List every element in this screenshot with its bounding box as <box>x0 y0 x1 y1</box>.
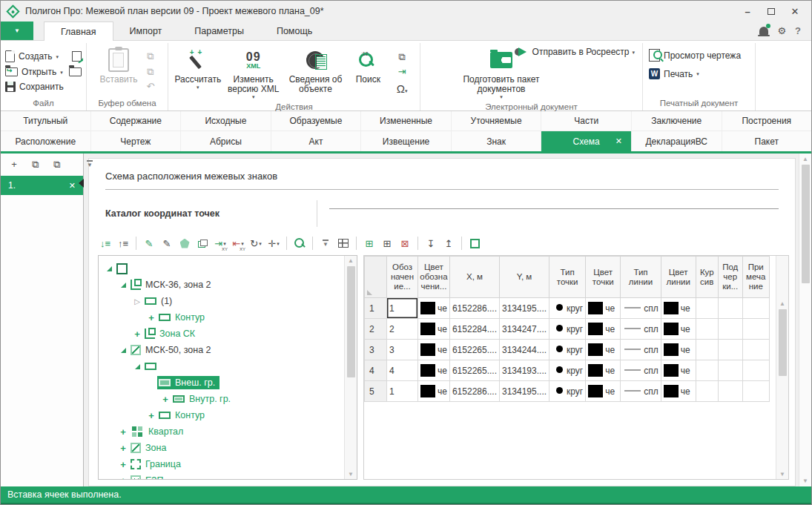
grid-cell[interactable]: че <box>418 360 450 381</box>
grid-cell[interactable]: спл <box>621 319 661 340</box>
doc-tab[interactable]: Абрисы <box>181 131 271 151</box>
grid-cell[interactable]: че <box>418 319 450 340</box>
toolbar-insert-row-icon[interactable]: ⊞ <box>380 236 395 251</box>
grid-cell[interactable]: че <box>661 360 696 381</box>
tree-item[interactable]: МСК-50, зона 2 <box>99 342 344 358</box>
grid-cell[interactable] <box>718 319 742 340</box>
tree-item-content[interactable]: Контур <box>157 311 209 324</box>
grid-cell[interactable]: че <box>586 360 621 381</box>
tree-expander-icon[interactable]: + <box>117 443 129 454</box>
menu-tab[interactable]: Импорт <box>113 22 179 40</box>
doc-tab[interactable]: ДекларацияВС <box>632 131 722 151</box>
grid-cell[interactable]: круг <box>549 319 586 340</box>
tree-expander-icon[interactable] <box>131 364 143 369</box>
grid-cell[interactable]: 3134247.... <box>500 319 549 340</box>
preview-drawing-button[interactable]: Просмотр чертежа <box>649 49 741 62</box>
tree-item[interactable]: +ЕЗП <box>99 472 344 479</box>
toolbar-add-row-icon[interactable]: ⊞ <box>362 236 377 251</box>
grid-cell[interactable]: 6152265.... <box>449 340 499 360</box>
grid-cell[interactable] <box>742 298 769 319</box>
grid-cell[interactable]: 1 <box>387 298 418 319</box>
grid-cell[interactable] <box>718 381 742 402</box>
toolbar-duplicate-tab-icon[interactable]: ⧉ <box>28 156 43 171</box>
copy-icon[interactable]: ⧉ <box>147 51 154 61</box>
doc-tab[interactable]: Образуемые <box>271 111 362 131</box>
doc-tab[interactable]: Схема✕ <box>541 131 632 151</box>
scroll-up-icon[interactable]: ▲ <box>348 257 354 264</box>
grid-cell[interactable]: че <box>418 298 450 319</box>
swap-window-icon[interactable]: ⧉ <box>398 52 405 62</box>
grid-cell[interactable]: 3134193.... <box>500 360 549 381</box>
tree-item[interactable] <box>99 260 344 277</box>
tree-item[interactable]: +Зона СК <box>99 326 344 342</box>
save-button[interactable]: Сохранить <box>5 82 82 92</box>
grid-cell[interactable]: че <box>586 319 621 340</box>
app-menu-button[interactable]: ▼ <box>1 22 33 40</box>
toolbar-move-row-up-icon[interactable]: ↥ <box>441 236 456 251</box>
doc-tab[interactable]: Акт <box>271 131 362 151</box>
column-header-n[interactable] <box>365 257 387 298</box>
scroll-down-icon[interactable]: ▼ <box>348 471 354 478</box>
menu-tab[interactable]: Помощь <box>260 22 329 40</box>
minimize-button[interactable]: – <box>737 3 758 19</box>
toolbar-import-xy-icon[interactable]: ⇥XY▾ <box>213 236 228 251</box>
doc-tab[interactable]: Пакет <box>722 131 812 151</box>
tree-item-content[interactable]: Зона СК <box>143 327 199 340</box>
tree-item[interactable]: +Граница <box>99 456 344 472</box>
doc-tab[interactable]: Построения <box>722 111 812 131</box>
search-button[interactable]: :12 Поиск <box>349 44 387 102</box>
toolbar-transform-contour-icon[interactable]: ↻▾ <box>248 236 263 251</box>
import-window-icon[interactable]: ⇥ <box>398 67 406 76</box>
omega-button[interactable]: Ω▾ <box>397 82 408 95</box>
tree-item[interactable]: +Контур <box>99 407 344 423</box>
tree-item-content[interactable]: Граница <box>129 458 185 471</box>
close-button[interactable]: ✕ <box>785 3 805 19</box>
tree-item-content[interactable]: ЕЗП <box>129 474 168 479</box>
grid-cell[interactable] <box>696 340 718 360</box>
toolbar-export-xy-icon[interactable]: ⇤XY▾ <box>231 236 245 251</box>
print-button[interactable]: Печать▾ <box>649 68 741 79</box>
grid-cell[interactable] <box>742 360 769 381</box>
grid-cell[interactable] <box>718 360 742 381</box>
toolbar-copy-contour-icon[interactable] <box>195 236 210 251</box>
tree-item-content[interactable]: МСК-36, зона 2 <box>129 278 216 291</box>
grid-cell[interactable]: 3134195.... <box>500 381 549 402</box>
tree-item-content[interactable]: Зона <box>129 441 171 455</box>
doc-tab[interactable]: Расположение <box>1 131 91 151</box>
grid-cell[interactable] <box>742 319 769 340</box>
column-header-color[interactable]: Цвет обозна чени... <box>418 257 450 298</box>
grid-cell[interactable]: круг <box>549 381 586 402</box>
toolbar-sort-ascending-icon[interactable]: ↑≡ <box>116 236 131 251</box>
tree-expander-icon[interactable]: + <box>145 410 157 421</box>
tree-expander-icon[interactable]: ▷ <box>131 297 143 306</box>
change-xml-version-button[interactable]: 09XML Изменить версию XML ▾ <box>225 44 283 102</box>
scroll-up-icon[interactable]: ▲ <box>779 300 785 307</box>
row-number[interactable]: 5 <box>365 381 387 402</box>
column-header-underline[interactable]: Под чер ки... <box>718 257 742 298</box>
undo-icon[interactable]: ↶ <box>146 82 154 91</box>
tree-item[interactable]: +Квартал <box>99 423 344 440</box>
tree-item-content[interactable]: (1) <box>143 294 176 308</box>
doc-tab[interactable]: Уточняемые <box>452 111 542 131</box>
tree-item-content[interactable]: Квартал <box>129 425 188 438</box>
grid-cell[interactable] <box>742 381 769 402</box>
grid-cell[interactable] <box>742 340 769 360</box>
send-rosreestr-button[interactable]: Отправить в Росреестр ▾ <box>515 46 635 58</box>
settings-gear-icon[interactable]: ⚙ <box>777 26 786 36</box>
help-icon[interactable]: ? <box>795 25 801 36</box>
toolbar-duplicate-all-tabs-icon[interactable]: ⧉ <box>50 156 65 171</box>
grid-cell[interactable]: 4 <box>387 360 418 381</box>
toolbar-preview-table-icon[interactable] <box>292 236 307 251</box>
doc-tab[interactable]: Чертеж <box>91 131 182 151</box>
column-header-line[interactable]: Тип линии <box>621 257 661 298</box>
tree-item-content[interactable]: МСК-50, зона 2 <box>129 343 216 357</box>
grid-cell[interactable] <box>696 319 718 340</box>
tree-item-content[interactable] <box>115 262 132 276</box>
grid-cell[interactable]: 3 <box>387 340 418 360</box>
doc-tab[interactable]: Измененные <box>361 111 452 131</box>
splitter-marker-icon[interactable] <box>79 179 84 188</box>
new-from-template-icon[interactable] <box>72 51 82 62</box>
grid-cell[interactable]: че <box>586 340 621 360</box>
maximize-button[interactable] <box>761 3 782 19</box>
column-header-y[interactable]: Y, м <box>500 257 549 298</box>
